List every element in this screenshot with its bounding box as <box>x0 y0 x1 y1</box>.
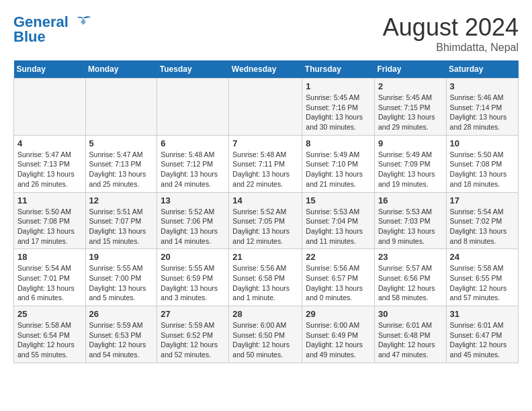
column-header-monday: Monday <box>85 60 157 79</box>
day-info: Sunrise: 5:53 AMSunset: 7:04 PMDaylight:… <box>306 207 371 246</box>
calendar-cell: 23Sunrise: 5:57 AMSunset: 6:56 PMDayligh… <box>374 249 446 306</box>
calendar-cell: 27Sunrise: 5:59 AMSunset: 6:52 PMDayligh… <box>157 306 229 363</box>
day-info: Sunrise: 5:47 AMSunset: 7:13 PMDaylight:… <box>17 150 82 189</box>
page-header: General Blue August 2024 Bhimdatta, Nepa… <box>13 13 519 54</box>
calendar-cell: 5Sunrise: 5:47 AMSunset: 7:13 PMDaylight… <box>85 135 157 192</box>
day-info: Sunrise: 5:47 AMSunset: 7:13 PMDaylight:… <box>89 150 154 189</box>
day-number: 20 <box>161 252 225 262</box>
day-number: 11 <box>17 195 82 205</box>
day-info: Sunrise: 6:00 AMSunset: 6:49 PMDaylight:… <box>306 320 371 360</box>
calendar-cell: 30Sunrise: 6:01 AMSunset: 6:48 PMDayligh… <box>374 306 446 363</box>
calendar-cell: 6Sunrise: 5:48 AMSunset: 7:12 PMDaylight… <box>157 135 229 192</box>
day-number: 14 <box>232 195 298 205</box>
calendar-cell: 21Sunrise: 5:56 AMSunset: 6:58 PMDayligh… <box>229 249 302 306</box>
day-number: 8 <box>306 138 371 148</box>
day-info: Sunrise: 5:53 AMSunset: 7:03 PMDaylight:… <box>378 207 443 246</box>
calendar-header-row: SundayMondayTuesdayWednesdayThursdayFrid… <box>14 60 519 79</box>
calendar-cell: 10Sunrise: 5:50 AMSunset: 7:08 PMDayligh… <box>446 135 518 192</box>
column-header-sunday: Sunday <box>14 60 86 79</box>
calendar-cell: 17Sunrise: 5:54 AMSunset: 7:02 PMDayligh… <box>446 192 518 249</box>
day-number: 7 <box>232 138 298 148</box>
calendar-cell <box>85 79 157 136</box>
day-number: 9 <box>378 138 443 148</box>
day-number: 12 <box>89 195 154 205</box>
calendar-cell <box>229 79 302 136</box>
logo: General Blue <box>13 13 93 46</box>
calendar-cell: 8Sunrise: 5:49 AMSunset: 7:10 PMDaylight… <box>302 135 375 192</box>
calendar-cell: 4Sunrise: 5:47 AMSunset: 7:13 PMDaylight… <box>14 135 86 192</box>
day-info: Sunrise: 5:48 AMSunset: 7:11 PMDaylight:… <box>232 150 298 189</box>
calendar-cell: 11Sunrise: 5:50 AMSunset: 7:08 PMDayligh… <box>14 192 86 249</box>
day-number: 28 <box>232 309 298 319</box>
day-info: Sunrise: 6:00 AMSunset: 6:50 PMDaylight:… <box>232 320 298 360</box>
calendar-cell: 31Sunrise: 6:01 AMSunset: 6:47 PMDayligh… <box>446 306 518 363</box>
day-info: Sunrise: 5:59 AMSunset: 6:52 PMDaylight:… <box>161 320 225 360</box>
day-info: Sunrise: 5:52 AMSunset: 7:06 PMDaylight:… <box>161 207 225 246</box>
day-info: Sunrise: 5:51 AMSunset: 7:07 PMDaylight:… <box>89 207 154 246</box>
day-info: Sunrise: 5:56 AMSunset: 6:57 PMDaylight:… <box>306 263 371 303</box>
column-header-saturday: Saturday <box>446 60 518 79</box>
calendar-week-row: 1Sunrise: 5:45 AMSunset: 7:16 PMDaylight… <box>14 79 519 136</box>
calendar-cell: 2Sunrise: 5:45 AMSunset: 7:15 PMDaylight… <box>374 79 446 136</box>
day-number: 19 <box>89 252 154 262</box>
day-info: Sunrise: 5:58 AMSunset: 6:54 PMDaylight:… <box>17 320 82 360</box>
page-subtitle: Bhimdatta, Nepal <box>383 42 519 54</box>
day-number: 31 <box>450 309 515 319</box>
day-info: Sunrise: 5:58 AMSunset: 6:55 PMDaylight:… <box>450 263 515 303</box>
day-number: 27 <box>161 309 225 319</box>
calendar-cell: 1Sunrise: 5:45 AMSunset: 7:16 PMDaylight… <box>302 79 375 136</box>
day-number: 13 <box>161 195 225 205</box>
day-info: Sunrise: 5:56 AMSunset: 6:58 PMDaylight:… <box>232 263 298 303</box>
calendar-cell: 20Sunrise: 5:55 AMSunset: 6:59 PMDayligh… <box>157 249 229 306</box>
calendar-cell: 29Sunrise: 6:00 AMSunset: 6:49 PMDayligh… <box>302 306 375 363</box>
day-number: 15 <box>306 195 371 205</box>
day-number: 2 <box>378 81 443 91</box>
day-number: 30 <box>378 309 443 319</box>
day-info: Sunrise: 5:54 AMSunset: 7:02 PMDaylight:… <box>450 207 515 246</box>
column-header-friday: Friday <box>374 60 446 79</box>
day-info: Sunrise: 5:46 AMSunset: 7:14 PMDaylight:… <box>450 93 515 132</box>
calendar-week-row: 18Sunrise: 5:54 AMSunset: 7:01 PMDayligh… <box>14 249 519 306</box>
day-number: 17 <box>450 195 515 205</box>
day-info: Sunrise: 5:48 AMSunset: 7:12 PMDaylight:… <box>161 150 225 189</box>
day-number: 6 <box>161 138 225 148</box>
calendar-cell: 15Sunrise: 5:53 AMSunset: 7:04 PMDayligh… <box>302 192 375 249</box>
day-info: Sunrise: 5:50 AMSunset: 7:08 PMDaylight:… <box>450 150 515 189</box>
calendar-cell: 24Sunrise: 5:58 AMSunset: 6:55 PMDayligh… <box>446 249 518 306</box>
day-info: Sunrise: 5:50 AMSunset: 7:08 PMDaylight:… <box>17 207 82 246</box>
calendar-cell: 7Sunrise: 5:48 AMSunset: 7:11 PMDaylight… <box>229 135 302 192</box>
calendar-week-row: 11Sunrise: 5:50 AMSunset: 7:08 PMDayligh… <box>14 192 519 249</box>
day-info: Sunrise: 5:49 AMSunset: 7:10 PMDaylight:… <box>306 150 371 189</box>
logo-bottom: Blue <box>13 28 46 46</box>
day-number: 23 <box>378 252 443 262</box>
day-number: 25 <box>17 309 82 319</box>
day-number: 16 <box>378 195 443 205</box>
day-number: 10 <box>450 138 515 148</box>
column-header-wednesday: Wednesday <box>229 60 302 79</box>
calendar-cell <box>157 79 229 136</box>
day-info: Sunrise: 5:55 AMSunset: 7:00 PMDaylight:… <box>89 263 154 303</box>
calendar-week-row: 4Sunrise: 5:47 AMSunset: 7:13 PMDaylight… <box>14 135 519 192</box>
page-title: August 2024 <box>383 13 519 42</box>
calendar-table: SundayMondayTuesdayWednesdayThursdayFrid… <box>13 60 519 363</box>
day-info: Sunrise: 5:54 AMSunset: 7:01 PMDaylight:… <box>17 263 82 303</box>
day-number: 1 <box>306 81 371 91</box>
calendar-cell: 14Sunrise: 5:52 AMSunset: 7:05 PMDayligh… <box>229 192 302 249</box>
column-header-tuesday: Tuesday <box>157 60 229 79</box>
day-number: 22 <box>306 252 371 262</box>
day-number: 5 <box>89 138 154 148</box>
calendar-week-row: 25Sunrise: 5:58 AMSunset: 6:54 PMDayligh… <box>14 306 519 363</box>
calendar-cell: 22Sunrise: 5:56 AMSunset: 6:57 PMDayligh… <box>302 249 375 306</box>
calendar-cell <box>14 79 86 136</box>
day-info: Sunrise: 5:45 AMSunset: 7:16 PMDaylight:… <box>306 93 371 132</box>
day-number: 24 <box>450 252 515 262</box>
calendar-cell: 16Sunrise: 5:53 AMSunset: 7:03 PMDayligh… <box>374 192 446 249</box>
day-info: Sunrise: 5:55 AMSunset: 6:59 PMDaylight:… <box>161 263 225 303</box>
calendar-cell: 25Sunrise: 5:58 AMSunset: 6:54 PMDayligh… <box>14 306 86 363</box>
day-info: Sunrise: 5:57 AMSunset: 6:56 PMDaylight:… <box>378 263 443 303</box>
calendar-cell: 19Sunrise: 5:55 AMSunset: 7:00 PMDayligh… <box>85 249 157 306</box>
title-block: August 2024 Bhimdatta, Nepal <box>383 13 519 54</box>
day-number: 29 <box>306 309 371 319</box>
day-info: Sunrise: 5:59 AMSunset: 6:53 PMDaylight:… <box>89 320 154 360</box>
logo-bird-icon <box>74 15 93 30</box>
